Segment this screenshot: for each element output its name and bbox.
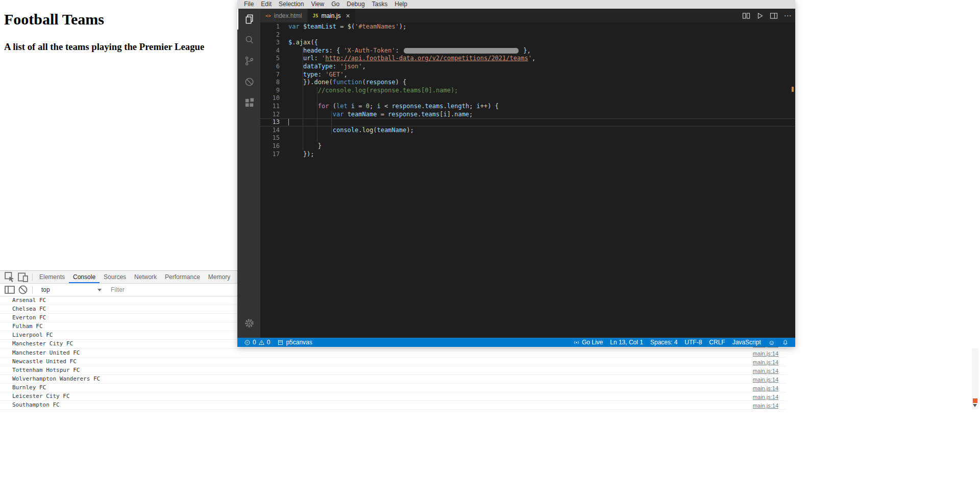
- sidebar-item-debug[interactable]: [237, 71, 260, 92]
- console-message: Newcastle United FC: [12, 358, 77, 365]
- devtools-tab-elements[interactable]: Elements: [35, 271, 69, 283]
- tab-index-html[interactable]: <> index.html: [260, 9, 308, 22]
- code-line-1[interactable]: 1var $teamList = $('#teamNames');: [260, 23, 795, 31]
- menu-item-file[interactable]: File: [240, 0, 257, 9]
- devtools-tab-memory[interactable]: Memory: [204, 271, 234, 283]
- scrollbar-down-arrow-icon[interactable]: [973, 404, 977, 407]
- code-line-16[interactable]: 16 }: [260, 142, 795, 150]
- code-line-13[interactable]: 13: [260, 118, 795, 127]
- code-line-2[interactable]: 2: [260, 31, 795, 39]
- activity-bar: [237, 9, 260, 338]
- menu-item-selection[interactable]: Selection: [275, 0, 307, 9]
- devtools-tab-sources[interactable]: Sources: [100, 271, 130, 283]
- cursor-position[interactable]: Ln 13, Col 1: [607, 339, 646, 346]
- code-line-11[interactable]: 11 for (let i = 0; i < response.teams.le…: [260, 103, 795, 111]
- line-number[interactable]: 10: [260, 94, 280, 103]
- p5canvas-status[interactable]: p5canvas: [275, 339, 314, 346]
- code-line-14[interactable]: 14 console.log(teamName);: [260, 127, 795, 135]
- console-source-link[interactable]: main.js:14: [753, 384, 778, 392]
- eol-setting[interactable]: CRLF: [706, 339, 727, 346]
- code-line-9[interactable]: 9 //console.log(response.teams[0].name);: [260, 87, 795, 95]
- clear-console-icon[interactable]: [17, 285, 29, 294]
- devtools-tab-performance[interactable]: Performance: [161, 271, 204, 283]
- sidebar-item-explorer[interactable]: [237, 9, 260, 30]
- feedback-smiley-icon[interactable]: ☺: [766, 339, 777, 346]
- line-number[interactable]: 1: [260, 23, 280, 31]
- go-live-button[interactable]: Go Live: [571, 339, 605, 346]
- code-line-6[interactable]: 6 dataType: 'json',: [260, 63, 795, 71]
- line-number[interactable]: 16: [260, 142, 280, 150]
- sidebar-item-extensions[interactable]: [237, 92, 260, 113]
- line-number[interactable]: 13: [260, 118, 280, 127]
- line-number[interactable]: 12: [260, 111, 280, 119]
- devtools-tab-network[interactable]: Network: [130, 271, 161, 283]
- code-line-5[interactable]: 5 url: 'http://api.football-data.org/v2/…: [260, 55, 795, 63]
- inspect-element-icon[interactable]: [4, 272, 15, 282]
- browser-scrollbar[interactable]: [972, 348, 978, 410]
- device-toolbar-icon[interactable]: [17, 272, 29, 282]
- menu-item-edit[interactable]: Edit: [257, 0, 275, 9]
- extension-label: p5canvas: [286, 339, 312, 346]
- code-line-3[interactable]: 3$.ajax({: [260, 39, 795, 47]
- line-number[interactable]: 4: [260, 47, 280, 55]
- menu-item-go[interactable]: Go: [328, 0, 343, 9]
- console-row: Southampton FCmain.js:14: [0, 401, 786, 410]
- line-content: });: [288, 150, 314, 159]
- console-source-link[interactable]: main.js:14: [753, 375, 778, 384]
- language-mode[interactable]: JavaScript: [730, 339, 764, 346]
- split-editor-icon[interactable]: [742, 11, 751, 20]
- menu-item-view[interactable]: View: [307, 0, 328, 9]
- menu-item-tasks[interactable]: Tasks: [369, 0, 391, 9]
- debug-circle-slash-icon: [243, 76, 255, 88]
- line-number[interactable]: 5: [260, 55, 280, 63]
- line-number[interactable]: 9: [260, 87, 280, 95]
- console-source-link[interactable]: main.js:14: [753, 358, 778, 366]
- code-line-12[interactable]: 12 var teamName = response.teams[i].name…: [260, 111, 795, 119]
- code-line-15[interactable]: 15: [260, 134, 795, 142]
- sidebar-item-search[interactable]: [237, 30, 260, 51]
- more-actions-icon[interactable]: ⋯: [783, 11, 792, 20]
- console-message: Burnley FC: [12, 384, 46, 391]
- toggle-layout-icon[interactable]: [769, 11, 778, 20]
- line-number[interactable]: 6: [260, 63, 280, 71]
- execution-context-selector[interactable]: top: [41, 286, 102, 293]
- problems-indicator[interactable]: 0 0: [241, 339, 273, 346]
- console-sidebar-icon[interactable]: [4, 285, 15, 294]
- close-tab-icon[interactable]: ×: [346, 12, 350, 19]
- console-source-link[interactable]: main.js:14: [753, 401, 778, 410]
- line-number[interactable]: 17: [260, 150, 280, 159]
- error-icon: [244, 339, 251, 346]
- line-number[interactable]: 14: [260, 127, 280, 135]
- scrollbar-marker: [973, 398, 977, 403]
- code-line-10[interactable]: 10: [260, 94, 795, 103]
- line-number[interactable]: 7: [260, 71, 280, 79]
- line-number[interactable]: 11: [260, 103, 280, 111]
- line-content: var $teamList = $('#teamNames');: [288, 23, 406, 31]
- chevron-down-icon: [97, 289, 102, 291]
- line-number[interactable]: 2: [260, 31, 280, 39]
- console-source-link[interactable]: main.js:14: [753, 367, 778, 375]
- line-content: }: [288, 142, 322, 150]
- indentation-setting[interactable]: Spaces: 4: [648, 339, 680, 346]
- sidebar-item-source-control[interactable]: [237, 51, 260, 71]
- code-line-7[interactable]: 7 type: 'GET',: [260, 71, 795, 79]
- code-editor[interactable]: 1var $teamList = $('#teamNames');23$.aja…: [260, 22, 795, 338]
- console-source-link[interactable]: main.js:14: [753, 393, 778, 401]
- context-value: top: [41, 286, 50, 293]
- line-number[interactable]: 15: [260, 134, 280, 142]
- tab-main-js[interactable]: JS main.js ×: [308, 9, 356, 22]
- devtools-tab-console[interactable]: Console: [69, 271, 100, 283]
- line-number[interactable]: 8: [260, 79, 280, 87]
- code-line-8[interactable]: 8 }).done(function(response) {: [260, 79, 795, 87]
- notifications-bell-button[interactable]: [779, 339, 791, 346]
- menu-item-debug[interactable]: Debug: [343, 0, 368, 9]
- menu-item-help[interactable]: Help: [391, 0, 411, 9]
- code-line-17[interactable]: 17 });: [260, 150, 795, 159]
- console-source-link[interactable]: main.js:14: [753, 349, 778, 358]
- editor-group: <> index.html JS main.js ×: [260, 9, 795, 338]
- run-icon[interactable]: [755, 11, 765, 20]
- line-number[interactable]: 3: [260, 39, 280, 47]
- code-line-4[interactable]: 4 headers: { 'X-Auth-Token': },: [260, 47, 795, 55]
- settings-gear-button[interactable]: [237, 313, 260, 334]
- encoding-setting[interactable]: UTF-8: [682, 339, 704, 346]
